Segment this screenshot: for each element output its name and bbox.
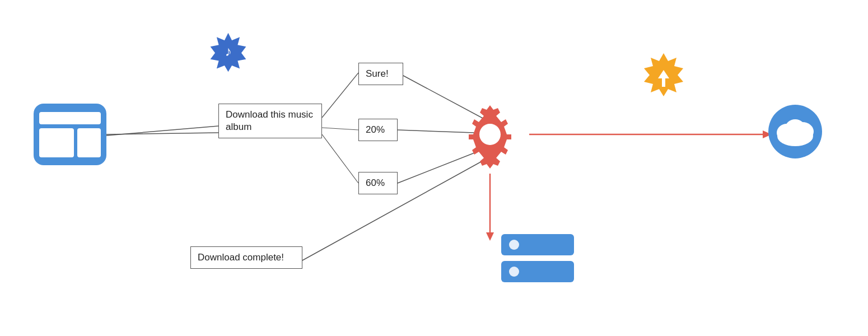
download-album-label: Download this music album (226, 109, 313, 132)
db-circle-1 (509, 240, 519, 250)
download-album-text-box: Download this music album (218, 104, 322, 138)
download-complete-text-box: Download complete! (190, 246, 302, 269)
music-badge-icon: ♪ (207, 31, 249, 73)
cloud-icon (764, 104, 826, 160)
svg-point-16 (479, 124, 501, 145)
svg-line-0 (106, 133, 218, 134)
database-container (501, 234, 574, 282)
connector-lines (0, 0, 868, 336)
db-circle-2 (509, 267, 519, 277)
svg-line-12 (322, 134, 358, 183)
svg-line-10 (322, 73, 358, 118)
60-percent-text-box: 60% (358, 172, 398, 194)
60-percent-label: 60% (366, 178, 385, 188)
sure-text-box: Sure! (358, 63, 403, 85)
svg-text:♪: ♪ (225, 44, 231, 59)
diagram-container: ♪ Download this music album Sure! 20% 60… (0, 0, 868, 336)
download-badge-icon (638, 50, 689, 101)
sure-label: Sure! (366, 68, 389, 79)
svg-line-13 (106, 126, 218, 136)
gear-icon (454, 98, 526, 171)
svg-line-11 (322, 128, 358, 130)
database-row-1 (501, 234, 574, 255)
browser-bottom (39, 128, 101, 157)
browser-content-right (77, 128, 101, 157)
browser-icon (34, 104, 106, 165)
browser-content-left (39, 128, 74, 157)
20-percent-text-box: 20% (358, 119, 398, 141)
download-complete-label: Download complete! (198, 252, 284, 263)
svg-point-23 (785, 119, 805, 137)
database-row-2 (501, 261, 574, 282)
svg-marker-9 (486, 232, 494, 241)
20-percent-label: 20% (366, 124, 385, 135)
browser-top-bar (39, 112, 101, 124)
